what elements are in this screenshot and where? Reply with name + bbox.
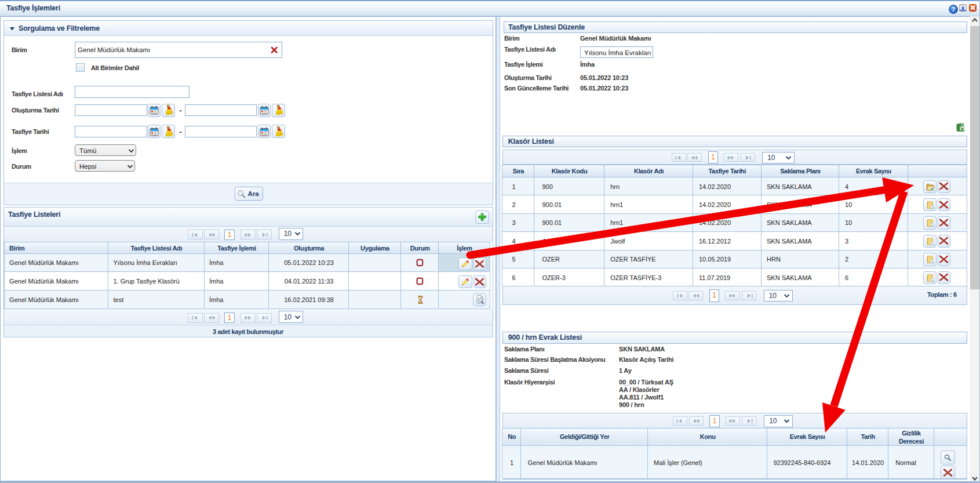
svg-text:?: ?	[951, 6, 955, 13]
